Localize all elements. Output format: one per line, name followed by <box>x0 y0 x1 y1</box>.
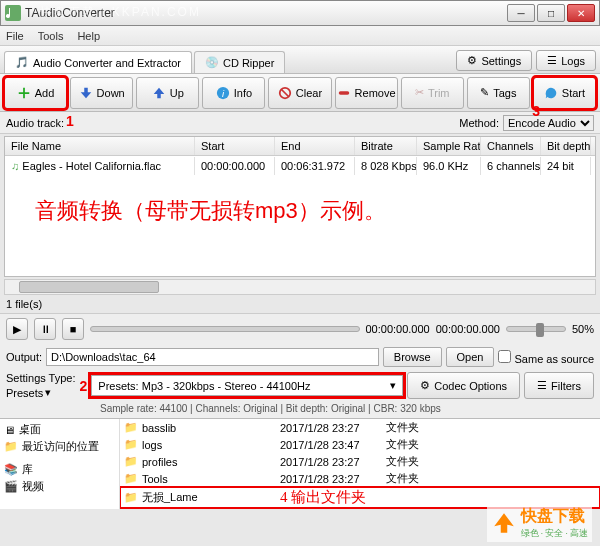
overlay-annotation: 音频转换（母带无损转mp3）示例。 <box>35 196 386 226</box>
file-row[interactable]: 📁Tools2017/1/28 23:27文件夹 <box>120 470 600 487</box>
file-row[interactable]: 📁logs2017/1/28 23:47文件夹 <box>120 436 600 453</box>
time-total: 00:00:00.000 <box>436 323 500 335</box>
preset-select[interactable]: Presets: Mp3 - 320kbps - Stereo - 44100H… <box>91 375 403 396</box>
col-filename[interactable]: File Name <box>5 137 195 155</box>
explorer-files: 📁basslib2017/1/28 23:27文件夹 📁logs2017/1/2… <box>120 419 600 509</box>
table-row[interactable]: ♫ Eagles - Hotel California.flac 00:00:0… <box>5 156 595 176</box>
tab-cdripper[interactable]: 💿 CD Ripper <box>194 51 285 73</box>
horizontal-scrollbar[interactable] <box>4 279 596 295</box>
trim-button[interactable]: ✂Trim <box>401 77 464 109</box>
col-bitrate[interactable]: Bitrate <box>355 137 417 155</box>
pencil-icon: ✎ <box>480 86 489 99</box>
up-button[interactable]: Up <box>136 77 199 109</box>
settings-label: Settings <box>481 55 521 67</box>
gear-icon: ⚙ <box>467 54 477 67</box>
preset-value: Presets: Mp3 - 320kbps - Stereo - 44100H… <box>98 380 310 392</box>
trim-label: Trim <box>428 87 450 99</box>
col-bitdepth[interactable]: Bit depth <box>541 137 591 155</box>
tags-label: Tags <box>493 87 516 99</box>
annotation-1: 1 <box>66 113 74 129</box>
file-row[interactable]: 📁basslib2017/1/28 23:27文件夹 <box>120 419 600 436</box>
logs-button[interactable]: ☰ Logs <box>536 50 596 71</box>
cell-end: 00:06:31.972 <box>275 157 355 175</box>
col-end[interactable]: End <box>275 137 355 155</box>
tags-button[interactable]: ✎Tags <box>467 77 530 109</box>
video-icon: 🎬 <box>4 480 18 493</box>
library-icon: 📚 <box>4 463 18 476</box>
settings-type-label: Settings Type: <box>6 372 76 384</box>
window-controls: ─ □ ✕ <box>507 4 595 22</box>
music-icon: ♫ <box>11 160 19 172</box>
files-count: 1 file(s) <box>0 295 600 313</box>
maximize-button[interactable]: □ <box>537 4 565 22</box>
file-list: File Name Start End Bitrate Sample Rate … <box>4 136 596 277</box>
annotation-4: 4 输出文件夹 <box>280 488 366 507</box>
col-start[interactable]: Start <box>195 137 275 155</box>
menubar: File Tools Help <box>0 26 600 46</box>
presets-dropdown-label[interactable]: Presets <box>6 387 43 399</box>
same-as-source[interactable]: Same as source <box>498 350 594 365</box>
col-samplerate[interactable]: Sample Rate <box>417 137 481 155</box>
seek-slider[interactable] <box>90 326 360 332</box>
time-current: 00:00:00.000 <box>366 323 430 335</box>
minimize-button[interactable]: ─ <box>507 4 535 22</box>
close-button[interactable]: ✕ <box>567 4 595 22</box>
menu-tools[interactable]: Tools <box>38 30 64 42</box>
gear-icon: ⚙ <box>420 379 430 392</box>
menu-help[interactable]: Help <box>77 30 100 42</box>
nav-item[interactable]: 🎬视频 <box>2 478 117 495</box>
chevron-down-icon: ▾ <box>390 379 396 392</box>
list-header: File Name Start End Bitrate Sample Rate … <box>5 137 595 156</box>
audiotrack-row: Audio track: 1 3 Method: Encode Audio <box>0 112 600 134</box>
folder-icon: 📁 <box>124 438 138 451</box>
logs-label: Logs <box>561 55 585 67</box>
nav-item[interactable]: 📁最近访问的位置 <box>2 438 117 455</box>
up-label: Up <box>170 87 184 99</box>
down-label: Down <box>97 87 125 99</box>
remove-button[interactable]: Remove <box>335 77 398 109</box>
method-select[interactable]: Encode Audio <box>503 115 594 131</box>
file-row[interactable]: 📁profiles2017/1/28 23:27文件夹 <box>120 453 600 470</box>
start-button[interactable]: Start <box>533 77 596 109</box>
recent-icon: 📁 <box>4 440 18 453</box>
scissors-icon: ✂ <box>415 86 424 99</box>
brand-sub: 绿色 · 安全 · 高速 <box>521 527 589 540</box>
play-button[interactable]: ▶ <box>6 318 28 340</box>
down-button[interactable]: Down <box>70 77 133 109</box>
tab-converter[interactable]: 🎵 Audio Converter and Extractor <box>4 51 192 73</box>
toolbar: Add Down Up iInfo Clear Remove ✂Trim ✎Ta… <box>0 74 600 112</box>
clear-button[interactable]: Clear <box>268 77 331 109</box>
volume-slider[interactable] <box>506 326 566 332</box>
filters-button[interactable]: ☰Filters <box>524 372 594 399</box>
music-icon: 🎵 <box>15 56 29 69</box>
settings-button[interactable]: ⚙ Settings <box>456 50 532 71</box>
cell-filename: ♫ Eagles - Hotel California.flac <box>5 157 195 175</box>
col-channels[interactable]: Channels <box>481 137 541 155</box>
scroll-thumb[interactable] <box>19 281 159 293</box>
method-label: Method: <box>459 117 499 129</box>
remove-label: Remove <box>355 87 396 99</box>
menu-file[interactable]: File <box>6 30 24 42</box>
cell-bitdepth: 24 bit <box>541 157 591 175</box>
add-button[interactable]: Add <box>4 77 67 109</box>
svg-rect-5 <box>338 91 349 95</box>
tab-cdripper-label: CD Ripper <box>223 57 274 69</box>
logs-icon: ☰ <box>547 54 557 67</box>
codec-options-button[interactable]: ⚙Codec Options <box>407 372 520 399</box>
nav-item[interactable]: 📚库 <box>2 461 117 478</box>
info-button[interactable]: iInfo <box>202 77 265 109</box>
cell-bitrate: 8 028 Kbps <box>355 157 417 175</box>
same-checkbox[interactable] <box>498 350 511 363</box>
pause-button[interactable]: ⏸ <box>34 318 56 340</box>
browse-button[interactable]: Browse <box>383 347 442 367</box>
open-button[interactable]: Open <box>446 347 495 367</box>
stop-button[interactable]: ■ <box>62 318 84 340</box>
brand-logo-icon <box>491 510 517 536</box>
output-path-input[interactable] <box>46 348 379 366</box>
clear-label: Clear <box>296 87 322 99</box>
output-label: Output: <box>6 351 42 363</box>
watermark-text: 快盘下载 | KKPAN.COM <box>40 4 201 21</box>
settings-info: Sample rate: 44100 | Channels: Original … <box>0 401 600 419</box>
svg-rect-0 <box>5 5 21 21</box>
nav-item[interactable]: 🖥桌面 <box>2 421 117 438</box>
